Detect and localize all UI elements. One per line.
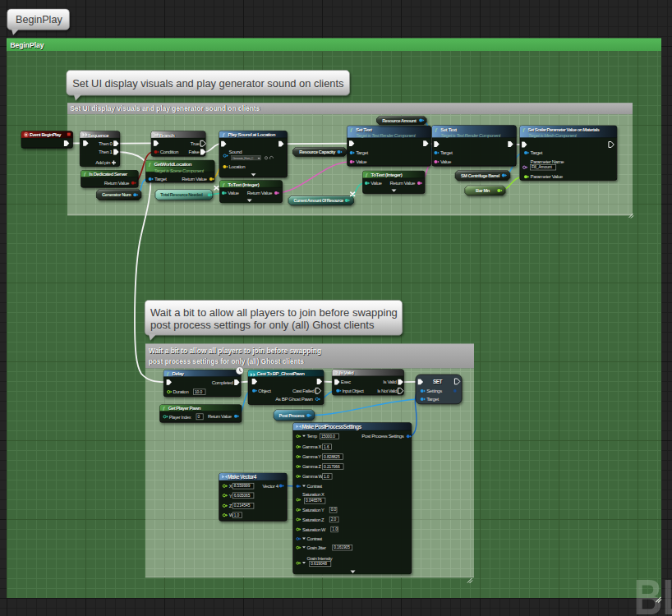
svg-text:Location: Location [229,163,246,169]
svg-text:ToText (Integer): ToText (Integer) [371,172,403,177]
svg-text:Settings: Settings [426,388,442,393]
svg-text:Input Object: Input Object [343,388,365,393]
svg-text:Cast To BP_GhostPawn: Cast To BP_GhostPawn [257,371,306,376]
svg-text:Get Player Pawn: Get Player Pawn [168,406,201,411]
svg-text:Resource Capacity: Resource Capacity [299,149,336,154]
svg-text:Player Index: Player Index [169,415,191,420]
svg-text:Play Sound at Location: Play Sound at Location [228,131,276,137]
svg-text:Target: Target [154,176,167,182]
svg-text:Fill_Amount: Fill_Amount [532,165,552,169]
svg-text:Contrast: Contrast [307,484,323,489]
svg-text:Value: Value [356,159,367,164]
svg-text:Target: Target [356,149,368,155]
svg-text:Set Text: Set Text [440,126,457,132]
svg-text:Gamma W: Gamma W [302,474,323,479]
svg-text:10.0: 10.0 [195,390,203,394]
svg-text:0.217066: 0.217066 [324,465,340,469]
svg-text:Is Not Valid: Is Not Valid [377,388,397,393]
svg-text:0.619048: 0.619048 [311,562,327,566]
svg-text:1.0: 1.0 [324,475,329,479]
svg-text:Cast Failed: Cast Failed [292,388,314,393]
svg-text:Make Vector4: Make Vector4 [228,474,257,480]
svg-text:BeginPlay: BeginPlay [11,40,45,49]
svg-text:Target: Target [531,149,543,155]
svg-text:Wait a bit to allow all player: Wait a bit to allow all players to join … [150,306,398,319]
svg-text:0.214545: 0.214545 [234,503,251,508]
svg-text:Target is Text Render Componen: Target is Text Render Component [356,133,416,138]
svg-text:Post Process Settings: Post Process Settings [361,433,404,439]
svg-text:Set Scalar Parameter Value on: Set Scalar Parameter Value on Materials [528,127,600,132]
svg-text:GetWorldLocation: GetWorldLocation [154,161,192,167]
svg-text:BL: BL [634,568,672,616]
svg-text:SM Centrifuge Barrel: SM Centrifuge Barrel [461,173,500,178]
svg-text:Vector 4: Vector 4 [263,483,279,489]
svg-text:Value: Value [228,190,239,195]
svg-text:Add pin: Add pin [95,159,110,165]
svg-text:Post Process: Post Process [279,413,305,418]
svg-text:Make PostProcessSettings: Make PostProcessSettings [302,424,362,430]
svg-text:X: X [229,483,232,489]
svg-text:True: True [191,140,200,146]
svg-text:Resource Amount: Resource Amount [382,118,417,123]
svg-text:Parameter Name: Parameter Name [531,159,565,164]
svg-text:2.0: 2.0 [331,517,337,522]
svg-text:Is Dedicated Server: Is Dedicated Server [90,172,128,177]
svg-text:Target is Scene Component: Target is Scene Component [154,168,205,173]
svg-text:Then 0: Then 0 [99,140,113,146]
svg-text:Return Value: Return Value [390,180,416,186]
svg-text:8.559999: 8.559999 [234,484,251,488]
svg-text:Return Value: Return Value [247,190,273,195]
svg-text:0: 0 [198,415,200,419]
svg-text:Parameter Value: Parameter Value [531,173,564,179]
svg-text:Saturation W: Saturation W [302,527,326,532]
svg-text:Target: Target [426,396,439,402]
svg-text:Gamma X: Gamma X [302,444,321,449]
svg-text:Grain Jitter: Grain Jitter [307,545,327,550]
svg-text:0.0: 0.0 [331,508,337,512]
svg-text:Return Value: Return Value [208,414,232,419]
svg-text:ToText (Integer): ToText (Integer) [228,182,260,187]
svg-text:Target is Text Render Componen: Target is Text Render Component [440,133,500,138]
svg-text:SET: SET [433,379,443,384]
svg-text:Gamma Z: Gamma Z [302,464,321,469]
svg-text:As BP Ghost Pawn: As BP Ghost Pawn [275,396,312,402]
svg-text:Set UI display visuals and pla: Set UI display visuals and play generato… [71,104,260,113]
svg-text:Condition: Condition [160,149,178,154]
svg-text:Set Text: Set Text [356,126,372,132]
svg-text:Is Valid: Is Valid [339,370,354,375]
svg-text:Then 1: Then 1 [99,149,113,154]
svg-text:Object: Object [258,388,271,393]
svg-text:Generate_Hum_C: Generate_Hum_C [232,157,254,160]
svg-text:Saturation X: Saturation X [302,492,324,497]
svg-text:Generator Num: Generator Num [102,192,131,197]
svg-text:Event BeginPlay: Event BeginPlay [30,132,62,137]
svg-text:0.046576: 0.046576 [306,499,322,503]
svg-text:Target: Target [440,149,453,155]
svg-text:Saturation Z: Saturation Z [302,517,324,522]
svg-text:0.828825: 0.828825 [324,455,340,459]
svg-text:Value: Value [371,180,382,186]
svg-text:Contrast: Contrast [307,536,323,541]
svg-text:Wait a bit to allow all player: Wait a bit to allow all players to join … [149,347,321,355]
svg-text:Delay: Delay [173,370,185,376]
svg-text:Return Value: Return Value [182,176,207,182]
svg-text:Return Value: Return Value [104,180,130,186]
svg-text:Temp: Temp [307,434,318,439]
svg-text:Grain Intensity: Grain Intensity [307,556,333,561]
svg-text:0.161905: 0.161905 [334,545,350,549]
svg-text:Target is Mesh Component: Target is Mesh Component [528,133,577,138]
svg-text:Branch: Branch [159,132,175,138]
svg-text:Set UI display visuals and pla: Set UI display visuals and play generato… [72,77,343,90]
svg-text:Value: Value [440,159,452,164]
svg-text:Bar Mn: Bar Mn [476,188,490,193]
svg-text:post process settings for only: post process settings for only (all) Gho… [149,357,304,365]
svg-text:post process settings for only: post process settings for only (all) Gho… [150,319,375,331]
svg-text:Total Resource Needed: Total Resource Needed [160,192,202,197]
svg-text:1.6: 1.6 [324,445,329,449]
svg-text:Sound: Sound [229,149,242,154]
svg-text:Gamma Y: Gamma Y [302,454,321,459]
svg-text:1.0: 1.0 [234,513,240,517]
svg-text:Saturation Y: Saturation Y [302,508,324,513]
svg-text:False: False [189,149,200,154]
svg-text:Current Amount Of Resource: Current Amount Of Resource [294,198,344,203]
